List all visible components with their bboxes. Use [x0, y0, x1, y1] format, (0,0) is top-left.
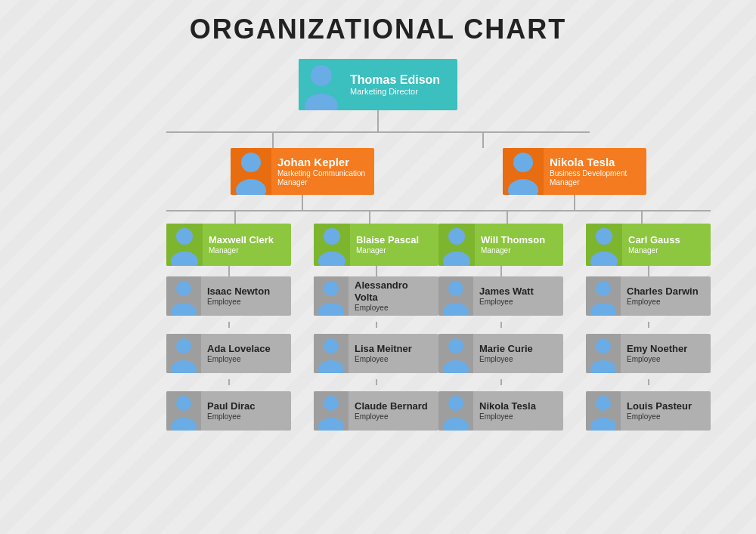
- avatar-emy: [586, 334, 621, 373]
- node-james-watt: James Watt Employee: [438, 276, 563, 316]
- org-chart: Thomas Edison Marketing Director: [8, 59, 748, 431]
- svg-point-0: [311, 65, 332, 86]
- svg-point-35: [590, 360, 616, 373]
- node-thomas-edison: Thomas Edison Marketing Director: [299, 59, 457, 110]
- title-paul: Employee: [207, 412, 256, 421]
- avatar-charles: [586, 276, 621, 316]
- avatar-claude: [314, 391, 349, 431]
- title-maxwell: Manager: [209, 246, 274, 255]
- svg-point-18: [324, 396, 339, 411]
- title-james: Employee: [479, 298, 534, 307]
- name-charles: Charles Darwin: [627, 286, 699, 298]
- branch-nikola-tesla: Nikola Tesla Business Development Manage…: [438, 148, 711, 431]
- svg-point-9: [171, 360, 197, 373]
- avatar-blaise: [314, 224, 350, 266]
- name-ada: Ada Lovelace: [207, 343, 271, 355]
- svg-point-2: [241, 153, 261, 172]
- svg-point-28: [448, 396, 463, 411]
- svg-point-26: [448, 338, 463, 353]
- svg-point-11: [171, 418, 197, 431]
- svg-point-25: [443, 303, 469, 316]
- svg-point-32: [596, 281, 611, 296]
- node-nikola-tesla-l2: Nikola Tesla Business Development Manage…: [503, 148, 646, 195]
- svg-point-16: [324, 338, 339, 353]
- avatar-marie: [438, 334, 473, 373]
- title-marie: Employee: [479, 355, 533, 364]
- title-johan-kepler: Marketing Communication Manager: [277, 169, 368, 187]
- svg-point-10: [176, 396, 191, 411]
- name-lisa: Lisa Meitner: [355, 343, 412, 355]
- title-ada: Employee: [207, 355, 271, 364]
- title-thomas-edison: Marketing Director: [350, 87, 440, 97]
- svg-point-24: [448, 281, 463, 296]
- title-emy: Employee: [627, 355, 687, 364]
- svg-point-6: [176, 281, 191, 296]
- svg-point-20: [513, 153, 533, 172]
- svg-point-30: [596, 228, 612, 245]
- node-volta: Alessandro Volta Employee: [314, 276, 438, 316]
- node-lisa: Lisa Meitner Employee: [314, 334, 438, 373]
- name-volta: Alessandro Volta: [355, 279, 432, 303]
- l2-row: Johan Kepler Marketing Communication Man…: [166, 148, 590, 431]
- svg-point-23: [443, 252, 470, 266]
- page-title: ORGANIZATIONAL CHART: [8, 14, 748, 45]
- name-carl: Carl Gauss: [628, 234, 680, 246]
- branch-carl: Carl Gauss Manager: [586, 224, 711, 431]
- l4-col-maxwell: Isaac Newton Employee: [166, 276, 291, 431]
- name-blaise: Blaise Pascal: [356, 234, 419, 246]
- title-carl: Manager: [628, 246, 680, 255]
- node-paul-dirac: Paul Dirac Employee: [166, 391, 291, 431]
- avatar-volta: [314, 276, 349, 316]
- name-nikola-l2: Nikola Tesla: [550, 156, 640, 169]
- title-louis: Employee: [627, 412, 692, 421]
- node-claude: Claude Bernard Employee: [314, 391, 438, 431]
- avatar-nikola-l2: [503, 148, 544, 195]
- name-johan-kepler: Johan Kepler: [277, 156, 368, 169]
- node-louis-pasteur: Louis Pasteur Employee: [586, 391, 711, 431]
- svg-point-34: [596, 338, 611, 353]
- connector-h-l2-spacer: [166, 133, 590, 148]
- name-james: James Watt: [479, 286, 534, 298]
- l4-col-blaise: Alessandro Volta Employee: [314, 276, 438, 431]
- node-charles-darwin: Charles Darwin Employee: [586, 276, 711, 316]
- svg-point-27: [443, 360, 469, 373]
- branch-blaise: Blaise Pascal Manager: [314, 224, 438, 431]
- svg-point-5: [171, 252, 198, 266]
- avatar-ada: [166, 334, 201, 373]
- svg-point-21: [508, 179, 538, 195]
- svg-point-12: [324, 228, 340, 245]
- title-blaise: Manager: [356, 246, 419, 255]
- node-marie-curie: Marie Curie Employee: [438, 334, 563, 373]
- svg-point-36: [596, 396, 611, 411]
- node-nikola-l4: Nikola Tesla Employee: [438, 391, 563, 431]
- name-marie: Marie Curie: [479, 343, 533, 355]
- svg-point-13: [318, 252, 345, 266]
- avatar-louis: [586, 391, 621, 431]
- svg-point-37: [590, 418, 616, 431]
- node-ada-lovelace: Ada Lovelace Employee: [166, 334, 291, 373]
- branch-johan-kepler: Johan Kepler Marketing Communication Man…: [166, 148, 438, 431]
- svg-point-8: [176, 338, 191, 353]
- name-isaac: Isaac Newton: [207, 286, 270, 298]
- svg-point-4: [176, 228, 193, 245]
- name-paul: Paul Dirac: [207, 400, 256, 412]
- node-carl-gauss: Carl Gauss Manager: [586, 224, 711, 266]
- svg-point-17: [318, 360, 344, 373]
- title-nikola-l2: Business Development Manager: [550, 169, 640, 187]
- l4-col-carl: Charles Darwin Employee: [586, 276, 711, 431]
- avatar-nikola-l4: [438, 391, 473, 431]
- branch-maxwell: Maxwell Clerk Manager: [166, 224, 291, 431]
- svg-point-3: [236, 179, 266, 195]
- node-maxwell-clerk: Maxwell Clerk Manager: [166, 224, 291, 266]
- svg-point-29: [443, 418, 469, 431]
- connector-top-down: [377, 110, 379, 131]
- node-will-thomson: Will Thomson Manager: [438, 224, 563, 266]
- name-maxwell: Maxwell Clerk: [209, 234, 274, 246]
- title-volta: Employee: [355, 304, 432, 313]
- svg-point-31: [590, 252, 618, 266]
- svg-point-22: [448, 228, 465, 245]
- title-will: Manager: [481, 246, 545, 255]
- title-isaac: Employee: [207, 298, 270, 307]
- avatar-maxwell: [166, 224, 203, 266]
- node-blaise-pascal: Blaise Pascal Manager: [314, 224, 438, 266]
